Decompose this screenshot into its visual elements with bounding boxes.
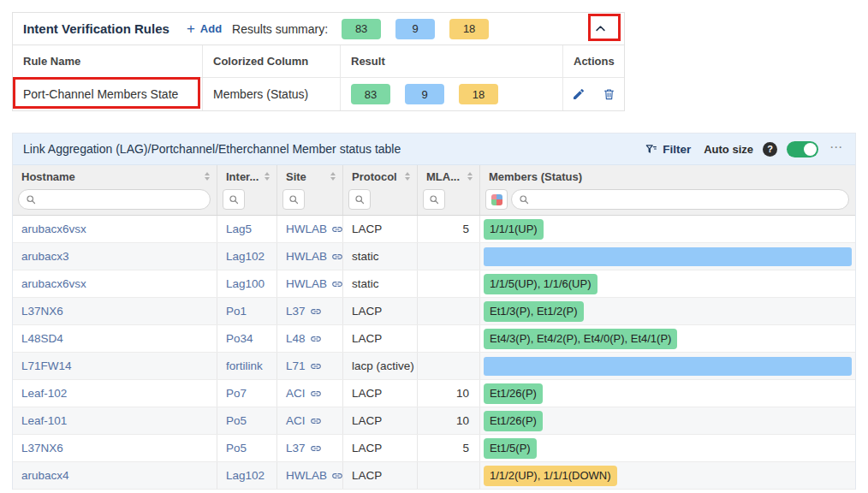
edit-rule-button[interactable] [572,87,586,101]
rules-table: Rule Name Colorized Column Result Action… [13,45,624,110]
members-filter-input[interactable] [533,193,841,205]
hostname-link[interactable]: arubacx6vsx [21,223,86,235]
col-header-hostname[interactable]: Hostname [13,165,217,187]
search-icon [429,194,439,205]
add-rule-button[interactable]: + Add [187,21,222,36]
mlag-filter-button[interactable] [423,189,445,210]
hostname-link[interactable]: Leaf-101 [21,414,67,427]
members-cell: 1/1/2(UP), 1/1/1(DOWN) [480,462,855,489]
intent-verification-rules-panel: Intent Verification Rules + Add Results … [12,12,625,111]
interface-filter-cell [217,187,277,215]
screen: Intent Verification Rules + Add Results … [0,0,868,493]
hostname-link[interactable]: Leaf-102 [21,387,67,400]
sort-icon [463,172,473,181]
status-count-badge: 18 [459,84,498,104]
site-link[interactable]: L37 [286,305,322,318]
interface-link[interactable]: fortilink [226,359,263,372]
site-link[interactable]: HWLAB [286,223,343,235]
status-count-badge: 9 [395,19,435,39]
members-status-badge: Et1/26(P) [484,411,543,431]
status-count-badge: 18 [449,19,489,39]
hostname-link[interactable]: L48SD4 [21,332,63,345]
add-button-label: Add [200,22,222,35]
more-options-icon[interactable]: ⋯ [828,140,845,158]
interface-link[interactable]: Po1 [226,305,247,318]
auto-size-toggle[interactable] [787,141,818,157]
interface-link[interactable]: Po34 [226,332,253,345]
site-link[interactable]: ACI [286,414,322,427]
interface-link[interactable]: Lag102 [226,469,265,482]
interface-link[interactable]: Lag102 [226,250,265,263]
members-status-bar [484,357,852,376]
table-row: L71FW14 fortilink L71 lacp (active) [13,353,855,380]
protocol-filter-button[interactable] [348,189,371,210]
interface-link[interactable]: Po7 [226,387,247,400]
members-status-badge: Et1/5(P) [484,438,537,459]
chevron-up-icon [594,22,607,35]
sort-icon [326,172,336,181]
mlag-cell [418,270,480,297]
rule-actions-cell [563,78,624,110]
results-summary-badges: 83918 [342,19,489,39]
hostname-link[interactable]: arubacx3 [21,250,69,263]
site-filter-cell [277,187,343,215]
interface-link[interactable]: Po5 [226,414,247,427]
hostname-link[interactable]: L37NX6 [21,442,63,454]
site-link[interactable]: ACI [286,387,322,400]
col-header-protocol[interactable]: Protocol [343,165,418,187]
site-link[interactable]: HWLAB [286,469,343,482]
interface-filter-button[interactable] [223,189,245,210]
rules-col-rule-name: Rule Name [13,45,203,78]
trash-icon [603,87,615,101]
site-link[interactable]: HWLAB [286,250,343,263]
hostname-filter-cell [13,187,217,215]
col-header-interface[interactable]: Inter... [217,165,277,187]
members-status-badge: 1/1/1(UP) [484,219,544,240]
search-icon [354,194,365,205]
filter-funnel-icon [645,143,657,155]
hostname-filter-input[interactable] [40,193,203,205]
link-icon [310,443,322,454]
site-filter-button[interactable] [282,189,305,210]
site-link[interactable]: HWLAB [286,277,343,290]
hostname-link[interactable]: L71FW14 [21,359,72,372]
members-cell: 1/1/5(UP), 1/1/6(UP) [480,270,855,297]
mlag-cell: 5 [418,435,480,461]
col-header-mlag[interactable]: MLA... [418,165,480,187]
status-count-badge: 9 [405,84,444,104]
protocol-cell: LACP [343,380,418,407]
interface-link[interactable]: Po5 [226,442,247,454]
plus-icon: + [187,21,195,36]
site-link[interactable]: L71 [286,359,322,372]
hostname-filter [18,189,211,210]
protocol-cell: LACP [343,325,418,352]
delete-rule-button[interactable] [603,87,615,101]
interface-link[interactable]: Lag100 [226,277,265,290]
auto-size-label: Auto size [704,143,753,156]
pencil-icon [572,87,586,101]
lag-status-table-panel: Link Aggregation (LAG)/Portchannel/Ether… [12,133,856,490]
mlag-cell [418,325,480,352]
site-link[interactable]: L48 [286,332,322,345]
members-cell [480,243,855,270]
rule-result-cell: 83918 [341,78,563,110]
col-header-site[interactable]: Site [277,165,343,187]
site-link[interactable]: L37 [286,442,322,454]
filter-button[interactable]: Filter [645,143,691,156]
hostname-link[interactable]: arubacx4 [21,469,69,482]
mlag-filter-cell [418,187,480,215]
colorize-button[interactable] [485,189,508,210]
interface-link[interactable]: Lag5 [226,223,252,235]
protocol-filter-cell [343,187,418,215]
filter-button-label: Filter [663,143,691,156]
link-icon [331,470,343,482]
link-icon [331,223,343,235]
mlag-cell: 10 [418,380,480,407]
help-icon[interactable]: ? [763,142,777,157]
hostname-link[interactable]: arubacx6vsx [21,277,86,290]
collapse-panel-button[interactable] [588,18,612,40]
hostname-link[interactable]: L37NX6 [21,305,63,318]
rules-panel-title: Intent Verification Rules [23,21,169,36]
members-status-badge: Et4/3(P), Et4/2(P), Et4/0(P), Et4/1(P) [484,329,677,349]
mlag-cell [418,353,480,379]
